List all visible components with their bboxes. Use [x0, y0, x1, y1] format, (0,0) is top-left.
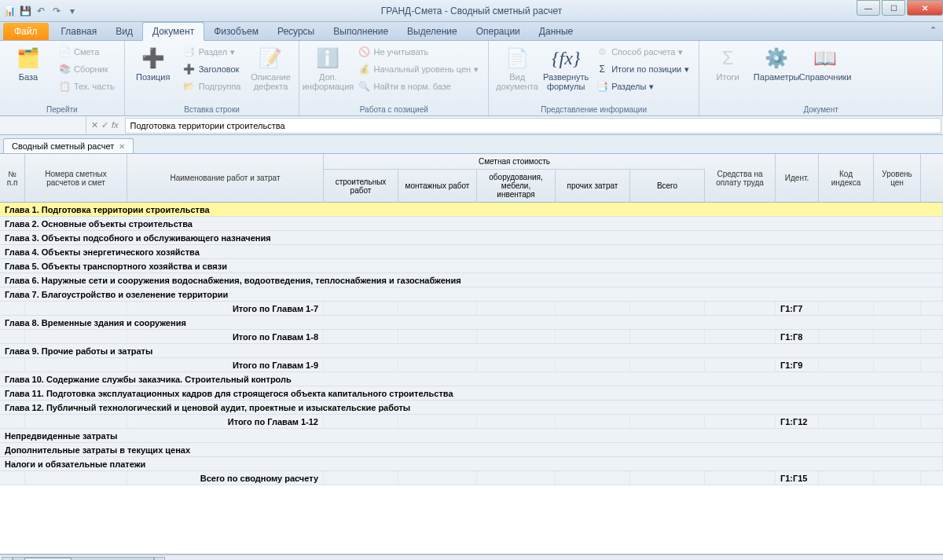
horizontal-scrollbar[interactable]: ◀ ▶ — [0, 555, 943, 560]
tab-view[interactable]: Вид — [106, 23, 142, 40]
position-button[interactable]: ➕ Позиция — [131, 44, 175, 83]
view-group-label: Представление информации — [495, 104, 692, 114]
scroll-thumb[interactable] — [24, 558, 72, 561]
totals-button: Σ Итоги — [706, 44, 750, 83]
expand-button[interactable]: {fx} Развернуть формулы — [544, 44, 588, 93]
col-cost-build[interactable]: строительных работ — [324, 170, 398, 202]
tab-document[interactable]: Документ — [142, 22, 204, 41]
defect-icon: 📝 — [258, 46, 283, 71]
col-cost-total[interactable]: Всего — [630, 170, 705, 202]
tab-main[interactable]: Главная — [52, 23, 107, 40]
table-row[interactable]: Всего по сводному расчетуГ1:Г15 — [0, 471, 943, 485]
ignore-icon: 🚫 — [358, 46, 370, 58]
cell-reference[interactable] — [0, 116, 86, 134]
col-cost-install[interactable]: монтажных работ — [398, 170, 477, 202]
header-button[interactable]: ➕Заголовок — [180, 61, 244, 77]
col-cost-equip[interactable]: оборудования, мебели, инвентаря — [477, 170, 556, 202]
base-button[interactable]: 🗂️ База — [6, 44, 50, 83]
refs-button[interactable]: 📖 Справочники — [803, 44, 847, 83]
table-row[interactable]: Глава 10. Содержание службы заказчика. С… — [0, 372, 943, 386]
close-button[interactable]: ✕ — [907, 0, 943, 16]
table-row[interactable]: Итого по Главам 1-8Г1:Г8 — [0, 330, 943, 344]
goto-group-label: Перейти — [6, 104, 118, 114]
table-row[interactable]: Глава 12. Публичный технологический и це… — [0, 401, 943, 415]
scroll-right-icon[interactable]: ▶ — [154, 557, 165, 561]
col-level[interactable]: Уровень цен — [874, 154, 921, 202]
table-row[interactable]: Глава 2. Основные объекты строительства — [0, 217, 943, 231]
table-row[interactable]: Дополнительные затраты в текущих ценах — [0, 443, 943, 457]
table-row[interactable]: Непредвиденные затраты — [0, 429, 943, 443]
tab-operations[interactable]: Операции — [467, 23, 530, 40]
defect-button: 📝 Описание дефекта — [248, 44, 292, 93]
totals-label: Итоги — [717, 72, 739, 82]
expand-label: Развернуть формулы — [543, 72, 589, 91]
defect-label: Описание дефекта — [250, 72, 291, 91]
base-label: База — [19, 72, 38, 82]
insert-group-label: Вставка строки — [131, 104, 293, 114]
formula-input[interactable]: Подготовка территории строительства — [125, 118, 941, 134]
section-icon: 📑 — [183, 46, 196, 58]
totals-item-button[interactable]: ΣИтоги по позиции ▾ — [593, 61, 692, 77]
col-cost-other[interactable]: прочих затрат — [556, 170, 630, 202]
col-funds[interactable]: Средства на оплату труда — [705, 154, 776, 202]
tab-resources[interactable]: Ресурсы — [268, 23, 324, 40]
tech-button: 📋Тех. часть — [55, 79, 118, 94]
col-ident[interactable]: Идент. — [776, 154, 819, 202]
table-row[interactable]: Глава 1. Подготовка территории строитель… — [0, 203, 943, 217]
smeta-button: 📄Смета — [55, 44, 118, 60]
params-icon: ⚙️ — [764, 46, 789, 71]
file-tab[interactable]: Файл — [3, 23, 49, 40]
table-row[interactable]: Глава 9. Прочие работы и затраты — [0, 344, 943, 358]
document-tabs: Сводный сметный расчет ✕ — [0, 135, 943, 154]
position-icon: ➕ — [141, 46, 166, 71]
smeta-icon: 📄 — [58, 46, 71, 58]
save-icon[interactable]: 💾 — [19, 5, 31, 17]
table-row[interactable]: Глава 5. Объекты транспортного хозяйства… — [0, 259, 943, 273]
table-row[interactable]: Налоги и обязательные платежи — [0, 457, 943, 471]
minimize-button[interactable]: — — [857, 0, 880, 16]
table-row[interactable]: Итого по Главам 1-9Г1:Г9 — [0, 358, 943, 372]
redo-icon[interactable]: ↷ — [50, 5, 63, 17]
tab-execution[interactable]: Выполнение — [324, 23, 398, 40]
work-group-label: Работа с позицией — [306, 104, 482, 114]
col-refs[interactable]: Номера сметных расчетов и смет — [25, 154, 127, 202]
table-row[interactable]: Глава 8. Временные здания и сооружения — [0, 316, 943, 330]
table-row[interactable]: Итого по Главам 1-12Г1:Г12 — [0, 415, 943, 429]
table-row[interactable]: Глава 3. Объекты подсобного и обслуживаю… — [0, 231, 943, 245]
cancel-fx-icon[interactable]: ✕ — [91, 120, 98, 130]
col-name[interactable]: Наименование работ и затрат — [127, 154, 324, 202]
doctype-icon: 📄 — [505, 46, 530, 71]
tab-data[interactable]: Данные — [530, 23, 582, 40]
qat-more-icon[interactable]: ▾ — [66, 5, 79, 17]
scroll-left-icon[interactable]: ◀ — [2, 557, 13, 561]
doc-tab-label: Сводный сметный расчет — [12, 141, 114, 151]
maximize-button[interactable]: ☐ — [882, 0, 905, 16]
titlebar: 📊 💾 ↶ ↷ ▾ ГРАНД-Смета - Сводный сметный … — [0, 0, 943, 22]
table-row[interactable]: Глава 4. Объекты энергетического хозяйст… — [0, 245, 943, 259]
ribbon-help-icon[interactable]: ⌃ — [930, 25, 937, 35]
sections-button[interactable]: 📑Разделы ▾ — [593, 79, 692, 94]
col-index[interactable]: Код индекса — [819, 154, 874, 202]
close-tab-icon[interactable]: ✕ — [119, 142, 125, 151]
sections-icon: 📑 — [596, 80, 608, 93]
ribbon: 🗂️ База 📄Смета 📚Сборник 📋Тех. часть Пере… — [0, 41, 943, 116]
undo-icon[interactable]: ↶ — [35, 5, 47, 17]
totals-icon: Σ — [715, 46, 740, 71]
expand-icon: {fx} — [553, 46, 578, 71]
addinfo-label: Доп. информация — [303, 72, 354, 91]
accept-fx-icon[interactable]: ✓ — [101, 120, 108, 130]
doctype-label: Вид документа — [496, 72, 538, 91]
doc-tab[interactable]: Сводный сметный расчет ✕ — [3, 138, 134, 153]
grid-header: № п.п Номера сметных расчетов и смет Наи… — [0, 154, 943, 203]
tab-selection[interactable]: Выделение — [398, 23, 467, 40]
tab-physvolume[interactable]: Физобъем — [204, 23, 268, 40]
col-num[interactable]: № п.п — [0, 154, 25, 202]
col-cost-group: Сметная стоимость — [324, 154, 705, 170]
fx-icon[interactable]: fx — [112, 120, 119, 130]
table-row[interactable]: Глава 11. Подготовка эксплуатационных ка… — [0, 386, 943, 401]
table-row[interactable]: Глава 6. Наружные сети и сооружения водо… — [0, 273, 943, 287]
grid-body[interactable]: Глава 1. Подготовка территории строитель… — [0, 203, 943, 485]
params-button[interactable]: ⚙️ Параметры — [754, 44, 798, 83]
table-row[interactable]: Глава 7. Благоустройство и озеленение те… — [0, 287, 943, 302]
table-row[interactable]: Итого по Главам 1-7Г1:Г7 — [0, 302, 943, 316]
